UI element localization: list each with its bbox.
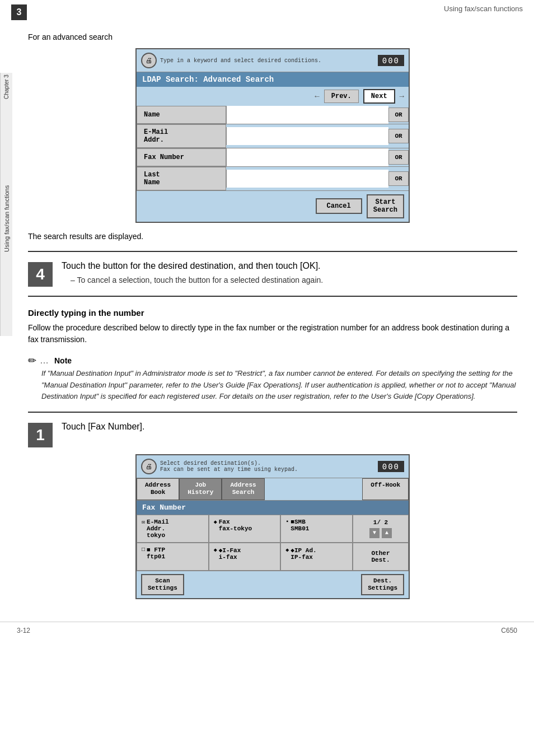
ui2-grid-row1: ✉ E-MailAddr.tokyo ◆ Faxfax-tokyo ▪ ■SMB…	[137, 515, 409, 543]
ifax-cell-label: ◆I-Faxi-fax	[219, 547, 241, 561]
step-4-block: 4 Touch the button for the desired desti…	[28, 261, 517, 287]
fax-cell-icon: ◆	[214, 519, 217, 525]
ui2-top-left: 🖨 Select desired destination(s). Fax can…	[141, 459, 298, 474]
footer-left: 3-12	[17, 627, 30, 634]
ipad-cell-label: ◆IP Ad.IP-fax	[291, 547, 316, 561]
grid-cell-fax[interactable]: ◆ Faxfax-tokyo	[209, 515, 281, 543]
step-1-main-text: Touch [Fax Number].	[62, 422, 517, 432]
ui2-logo-icon: 🖨	[141, 459, 157, 474]
field-row-email: E-MailAddr. OR	[137, 124, 409, 148]
ftp-cell-label: ■ FTPftp01	[147, 547, 165, 560]
ui-top-left: 🖨 Type in a keyword and select desired c…	[141, 53, 321, 68]
grid-cell-email[interactable]: ✉ E-MailAddr.tokyo	[137, 515, 209, 543]
ui-counter: 000	[378, 55, 404, 66]
field-label-name: Name	[137, 106, 226, 124]
page-footer: 3-12 C650	[0, 622, 534, 639]
tab-job-history[interactable]: JobHistory	[179, 478, 222, 500]
smb-cell-label: ■SMBSMB01	[291, 519, 309, 532]
pencil-icon: ✏	[28, 354, 36, 367]
prev-arrow: ←	[315, 92, 319, 101]
page-up-arrow[interactable]: ▲	[382, 528, 392, 538]
fax-cell-label: Faxfax-tokyo	[219, 519, 252, 532]
result-text: The search results are displayed.	[28, 232, 517, 241]
subsection-body: Follow the procedure described below to …	[28, 322, 517, 346]
ftp-cell-icon: □	[142, 547, 145, 553]
note-label: Note	[54, 356, 72, 365]
ipad-cell-icon: ◆	[285, 547, 289, 553]
tab-address-search[interactable]: AddressSearch	[222, 478, 264, 500]
email-cell-label: E-MailAddr.tokyo	[147, 519, 169, 539]
ui2-top-bar: 🖨 Select desired destination(s). Fax can…	[137, 455, 409, 478]
field-label-email: E-MailAddr.	[137, 124, 226, 148]
smb-cell-icon: ▪	[285, 519, 289, 525]
next-arrow: →	[400, 92, 404, 101]
start-search-button[interactable]: StartSearch	[367, 194, 404, 218]
field-label-lastname: LastName	[137, 167, 226, 190]
step-1-number: 1	[28, 423, 53, 447]
field-label-fax: Fax Number	[137, 148, 226, 166]
field-row-fax: Fax Number OR	[137, 148, 409, 167]
note-dots: …	[40, 356, 49, 366]
grid-cell-ftp[interactable]: □ ■ FTPftp01	[137, 543, 209, 571]
field-or-lastname: OR	[388, 171, 409, 186]
header-title: Using fax/scan functions	[444, 4, 523, 13]
scan-settings-button[interactable]: ScanSettings	[141, 574, 184, 595]
divider-2	[28, 296, 517, 297]
page-number-indicator: 1/ 2	[373, 519, 388, 526]
grid-cell-smb[interactable]: ▪ ■SMBSMB01	[280, 515, 353, 543]
tab-off-hook[interactable]: Off-Hook	[362, 478, 409, 500]
ui-bottom-row: Cancel StartSearch	[137, 191, 409, 222]
page-down-arrow[interactable]: ▼	[369, 528, 380, 538]
next-button[interactable]: Next	[363, 89, 395, 104]
other-dest-button[interactable]: OtherDest.	[353, 543, 409, 571]
ui2-instruction2: Fax can be sent at any time using keypad…	[160, 466, 298, 473]
cancel-button[interactable]: Cancel	[316, 198, 362, 214]
page-indicator: 1/ 2 ▼ ▲	[369, 519, 392, 538]
ui2-bottom-row: ScanSettings Dest.Settings	[137, 571, 409, 598]
ui-logo-icon: 🖨	[141, 53, 157, 68]
step-4-sub-text: To cancel a selection, touch the button …	[71, 276, 517, 284]
step-4-main-text: Touch the button for the desired destina…	[62, 261, 517, 271]
step-4-number: 4	[28, 262, 53, 287]
field-input-email[interactable]	[226, 127, 388, 145]
email-cell-icon: ✉	[142, 519, 145, 525]
ui2-grid-row2: □ ■ FTPftp01 ◆ ◆I-Faxi-fax ◆ ◆IP Ad.IP-f…	[137, 543, 409, 571]
grid-cell-ipad[interactable]: ◆ ◆IP Ad.IP-fax	[280, 543, 353, 571]
page-header: 3 Using fax/scan functions	[0, 0, 534, 22]
ui2-counter: 000	[378, 461, 404, 472]
ui-screenshot-1: 🖨 Type in a keyword and select desired c…	[135, 48, 410, 223]
ui-instruction: Type in a keyword and select desired con…	[160, 58, 321, 64]
page-arrows: ▼ ▲	[369, 528, 392, 538]
ui2-instruction1: Select desired destination(s).	[160, 460, 298, 466]
field-input-name[interactable]	[226, 106, 388, 124]
field-input-fax[interactable]	[226, 148, 388, 166]
field-row-lastname: LastName OR	[137, 167, 409, 191]
grid-cell-ifax[interactable]: ◆ ◆I-Faxi-fax	[209, 543, 281, 571]
field-input-lastname[interactable]	[226, 170, 388, 188]
tab-spacer	[265, 478, 363, 500]
tab-address-book[interactable]: AddressBook	[137, 478, 179, 500]
fax-number-selected[interactable]: Fax Number	[137, 501, 409, 515]
main-content: For an advanced search 🖨 Type in a keywo…	[17, 22, 534, 610]
step-1-content: Touch [Fax Number].	[62, 422, 517, 436]
ui-title-bar: LDAP Search: Advanced Search	[137, 72, 409, 87]
note-block: ✏ … Note If "Manual Destination Input" i…	[28, 354, 517, 403]
divider-1	[28, 251, 517, 252]
ifax-cell-icon: ◆	[214, 547, 217, 553]
note-icon-row: ✏ … Note	[28, 354, 517, 367]
dest-settings-button[interactable]: Dest.Settings	[361, 574, 404, 595]
note-text: If "Manual Destination Input" in Adminis…	[41, 368, 517, 403]
ui-nav-row: ← Prev. Next →	[137, 87, 409, 106]
prev-button[interactable]: Prev.	[324, 90, 359, 103]
chapter-label: Chapter 3	[0, 73, 12, 101]
advanced-search-intro: For an advanced search	[28, 32, 517, 41]
ui-top-bar: 🖨 Type in a keyword and select desired c…	[137, 49, 409, 72]
step-1-block: 1 Touch [Fax Number].	[28, 422, 517, 447]
page-indicator-cell: 1/ 2 ▼ ▲	[353, 515, 409, 543]
section-side-label: Using fax/scan functions	[0, 101, 12, 336]
step-4-content: Touch the button for the desired destina…	[62, 261, 517, 284]
field-row-name: Name OR	[137, 106, 409, 124]
field-or-email: OR	[388, 129, 409, 143]
field-or-name: OR	[388, 108, 409, 122]
footer-right: C650	[501, 627, 517, 634]
